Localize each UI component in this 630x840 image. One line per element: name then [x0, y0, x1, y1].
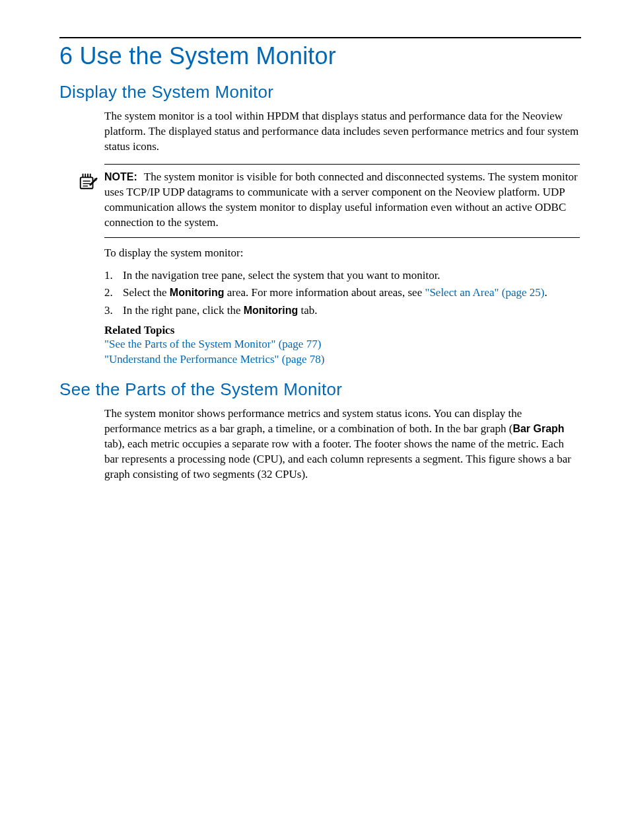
step-3-text: In the right pane, click the Monitoring … — [123, 303, 318, 319]
steps-lead: To display the system monitor: — [104, 246, 580, 261]
top-rule — [59, 37, 581, 38]
related-link-2[interactable]: "Understand the Performance Metrics" (pa… — [104, 353, 324, 365]
section2-title: See the Parts of the System Monitor — [59, 379, 581, 400]
step-2-bold: Monitoring — [170, 287, 225, 298]
step-2-c: area. For more information about areas, … — [224, 286, 425, 299]
steps-list: 1. In the navigation tree pane, select t… — [104, 268, 580, 319]
step-2-d: . — [544, 286, 547, 299]
select-area-link[interactable]: "Select an Area" (page 25) — [425, 286, 544, 299]
related-topics-title: Related Topics — [104, 324, 580, 337]
step-2: 2. Select the Monitoring area. For more … — [104, 285, 580, 301]
related-link-1[interactable]: "See the Parts of the System Monitor" (p… — [104, 338, 321, 350]
note-text: NOTE:The system monitor is visible for b… — [104, 170, 580, 231]
section2-para: The system monitor shows performance met… — [104, 406, 580, 482]
step-1-text: In the navigation tree pane, select the … — [123, 268, 440, 284]
note-icon — [78, 171, 100, 194]
step-3-c: tab. — [298, 304, 317, 317]
note-body: The system monitor is visible for both c… — [104, 171, 578, 229]
step-2-a: Select the — [123, 286, 170, 299]
step-3-bold: Monitoring — [244, 305, 298, 316]
section2-p1c: tab), each metric occupies a separate ro… — [104, 438, 571, 480]
chapter-title: 6 Use the System Monitor — [59, 42, 581, 70]
note-label: NOTE: — [104, 171, 137, 182]
step-3: 3. In the right pane, click the Monitori… — [104, 303, 580, 319]
section2-p1b: Bar Graph — [512, 423, 564, 434]
section1-intro: The system monitor is a tool within HPDM… — [104, 109, 580, 155]
step-2-text: Select the Monitoring area. For more inf… — [123, 285, 547, 301]
step-2-num: 2. — [104, 285, 123, 301]
section1-title: Display the System Monitor — [59, 82, 581, 102]
step-1: 1. In the navigation tree pane, select t… — [104, 268, 580, 284]
step-1-num: 1. — [104, 268, 123, 284]
section2-p1a: The system monitor shows performance met… — [104, 407, 522, 435]
note-box: NOTE:The system monitor is visible for b… — [104, 164, 580, 238]
step-3-num: 3. — [104, 303, 123, 319]
step-3-a: In the right pane, click the — [123, 304, 244, 317]
